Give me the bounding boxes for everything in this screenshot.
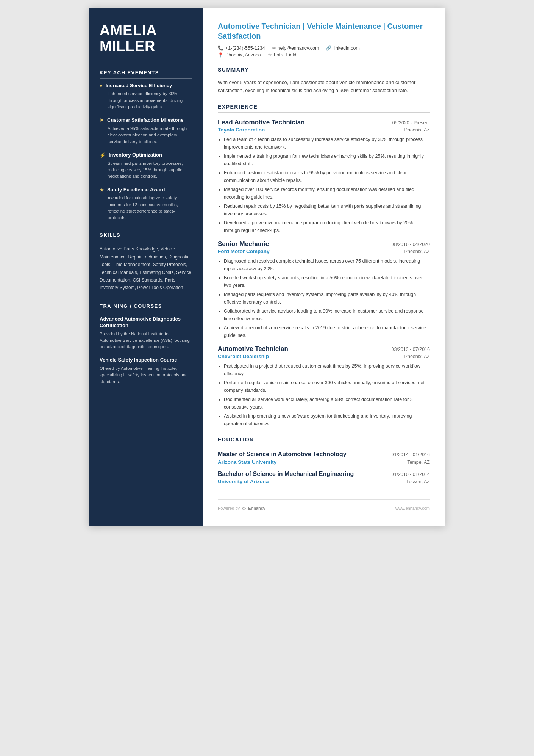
job-dates: 08/2016 - 04/2020: [392, 242, 430, 247]
school-name: University of Arizona: [218, 479, 269, 484]
school-name: Arizona State University: [218, 459, 276, 465]
achievement-desc: Achieved a 95% satisfaction rate through…: [100, 125, 192, 145]
experience-section-title: EXPERIENCE: [218, 104, 430, 113]
bullet-item: Led a team of 4 technicians to successfu…: [224, 136, 430, 151]
achievement-desc: Enhanced service efficiency by 30% throu…: [100, 91, 192, 110]
job-dates: 05/2020 - Present: [392, 120, 430, 125]
phone-contact: 📞 +1-(234)-555-1234: [218, 45, 265, 51]
summary-text: With over 5 years of experience, I am pa…: [218, 78, 430, 95]
achievement-item: ⚡ Inventory Optimization Streamlined par…: [100, 152, 192, 180]
company-name: Chevrolet Dealership: [218, 354, 269, 359]
contact-row-2: 📍 Phoenix, Arizona ☆ Extra Field: [218, 52, 430, 58]
location-icon: 📍: [218, 52, 223, 58]
bullet-item: Managed parts requests and inventory sys…: [224, 291, 430, 306]
achievement-title: Inventory Optimization: [109, 152, 162, 158]
bullet-item: Boosted workshop safety standards, resul…: [224, 274, 430, 289]
job-dates: 03/2013 - 07/2016: [392, 347, 430, 352]
bullet-item: Performed regular vehicle maintenance on…: [224, 379, 430, 394]
email-icon: ✉: [272, 45, 276, 51]
edu-location: Tucson, AZ: [406, 479, 430, 484]
company-name: Toyota Corporation: [218, 127, 265, 133]
training-section-title: TRAINING / COURSES: [100, 303, 192, 312]
footer-website: www.enhancv.com: [395, 506, 430, 510]
bullet-item: Enhanced customer satisfaction rates to …: [224, 169, 430, 184]
achievement-item: ⚑ Customer Satisfaction Milestone Achiev…: [100, 117, 192, 145]
job-bullets: Participated in a project that reduced c…: [224, 362, 430, 427]
job-title-text: Automotive Technician: [218, 345, 288, 353]
skills-text: Automotive Parts Knowledge, Vehicle Main…: [100, 245, 192, 291]
achievement-icon: ♥: [100, 83, 103, 89]
course-title: Vehicle Safety Inspection Course: [100, 357, 192, 363]
course-item: Advanced Automotive Diagnostics Certific…: [100, 316, 192, 351]
job-location: Phoenix, AZ: [404, 354, 430, 359]
education-list: Master of Science in Automotive Technolo…: [218, 451, 430, 485]
resume-wrapper: AMELIA MILLER KEY ACHIEVEMENTS ♥ Increas…: [89, 8, 445, 526]
job-bullets: Led a team of 4 technicians to successfu…: [224, 136, 430, 234]
courses-list: Advanced Automotive Diagnostics Certific…: [100, 316, 192, 385]
job-location: Phoenix, AZ: [404, 127, 430, 133]
jobs-list: Lead Automotive Technician 05/2020 - Pre…: [218, 119, 430, 427]
bullet-item: Implemented a training program for new t…: [224, 152, 430, 167]
achievement-icon: ⚑: [100, 117, 104, 123]
edu-dates: 01/2010 - 01/2014: [392, 472, 430, 477]
achievement-item: ♥ Increased Service Efficiency Enhanced …: [100, 83, 192, 111]
achievement-desc: Streamlined parts inventory processes, r…: [100, 160, 192, 180]
edu-degree: Bachelor of Science in Mechanical Engine…: [218, 470, 354, 478]
star-icon: ☆: [268, 52, 272, 58]
footer-powered-by: Powered by ∞ Enhancv: [218, 505, 265, 511]
edu-degree: Master of Science in Automotive Technolo…: [218, 451, 347, 459]
job-location: Phoenix, AZ: [404, 249, 430, 254]
phone-icon: 📞: [218, 45, 223, 51]
course-title: Advanced Automotive Diagnostics Certific…: [100, 316, 192, 329]
bullet-item: Assisted in implementing a new software …: [224, 412, 430, 427]
extra-contact: ☆ Extra Field: [268, 52, 297, 58]
bullet-item: Collaborated with service advisors leadi…: [224, 307, 430, 322]
summary-section-title: SUMMARY: [218, 67, 430, 75]
bullet-item: Participated in a project that reduced c…: [224, 362, 430, 377]
achievement-icon: ⚡: [100, 152, 106, 158]
achievement-title: Increased Service Efficiency: [106, 83, 172, 89]
achievements-section-title: KEY ACHIEVEMENTS: [100, 70, 192, 79]
resume-footer: Powered by ∞ Enhancv www.enhancv.com: [218, 499, 430, 511]
main-content: Automotive Technician | Vehicle Maintena…: [203, 8, 445, 526]
job-title: Automotive Technician | Vehicle Maintena…: [218, 21, 430, 41]
skills-section-title: SKILLS: [100, 232, 192, 241]
job-entry: Senior Mechanic 08/2016 - 04/2020 Ford M…: [218, 240, 430, 339]
email-contact: ✉ help@enhancv.com: [272, 45, 319, 51]
job-entry: Lead Automotive Technician 05/2020 - Pre…: [218, 119, 430, 234]
bullet-item: Documented all service work accurately, …: [224, 396, 430, 411]
linkedin-contact: 🔗 linkedin.com: [326, 45, 359, 51]
bullet-item: Reduced repair costs by 15% by negotiati…: [224, 202, 430, 218]
achievement-title: Customer Satisfaction Milestone: [107, 117, 184, 124]
bullet-item: Developed a preventive maintenance progr…: [224, 219, 430, 234]
job-entry: Automotive Technician 03/2013 - 07/2016 …: [218, 345, 430, 427]
achievements-list: ♥ Increased Service Efficiency Enhanced …: [100, 83, 192, 221]
achievement-title: Safety Excellence Award: [107, 187, 165, 193]
job-title-text: Lead Automotive Technician: [218, 119, 305, 126]
contact-row-1: 📞 +1-(234)-555-1234 ✉ help@enhancv.com 🔗…: [218, 45, 430, 51]
company-name: Ford Motor Company: [218, 249, 270, 254]
education-section-title: EDUCATION: [218, 437, 430, 445]
edu-location: Tempe, AZ: [407, 460, 430, 465]
edu-dates: 01/2014 - 01/2016: [392, 452, 430, 457]
course-desc: Offered by Automotive Training Institute…: [100, 365, 192, 385]
course-desc: Provided by the National Institute for A…: [100, 331, 192, 351]
education-entry: Master of Science in Automotive Technolo…: [218, 451, 430, 465]
candidate-name: AMELIA MILLER: [100, 23, 192, 55]
education-entry: Bachelor of Science in Mechanical Engine…: [218, 470, 430, 485]
bullet-item: Diagnosed and resolved complex technical…: [224, 257, 430, 272]
course-item: Vehicle Safety Inspection Course Offered…: [100, 357, 192, 385]
achievement-item: ★ Safety Excellence Award Awarded for ma…: [100, 187, 192, 221]
bullet-item: Managed over 100 service records monthly…: [224, 186, 430, 201]
job-title-text: Senior Mechanic: [218, 240, 269, 248]
bullet-item: Achieved a record of zero service recall…: [224, 324, 430, 339]
achievement-icon: ★: [100, 187, 104, 193]
enhancv-brand: Enhancv: [248, 506, 265, 510]
achievement-desc: Awarded for maintaining zero safety inci…: [100, 195, 192, 221]
linkedin-icon: 🔗: [326, 45, 331, 51]
sidebar: AMELIA MILLER KEY ACHIEVEMENTS ♥ Increas…: [89, 8, 203, 526]
location-contact: 📍 Phoenix, Arizona: [218, 52, 261, 58]
job-bullets: Diagnosed and resolved complex technical…: [224, 257, 430, 339]
